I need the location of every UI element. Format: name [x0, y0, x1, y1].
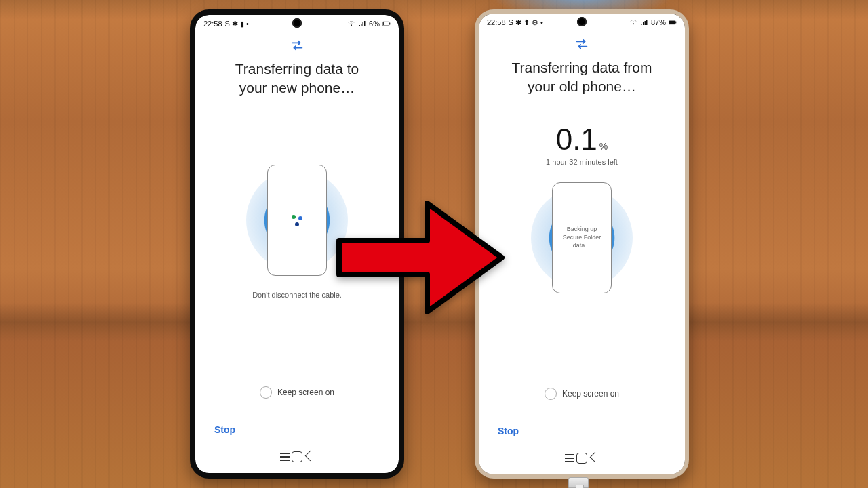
front-camera	[292, 18, 302, 28]
mini-phone-status-text: Backing up Secure Folder data…	[563, 226, 601, 249]
overlay-arrow-icon	[332, 190, 509, 325]
status-time: 22:58	[203, 20, 222, 28]
status-bar: 22:58 S ✱ ⬆ ⚙ • 87%	[479, 14, 685, 31]
front-camera	[577, 17, 587, 26]
battery-icon	[669, 18, 677, 26]
status-left-icons: S ✱ ⬆ ⚙ •	[509, 18, 543, 27]
svg-rect-4	[669, 21, 675, 24]
percent-symbol: %	[599, 141, 608, 152]
battery-percent: 87%	[651, 18, 666, 26]
nav-home-button[interactable]	[576, 452, 588, 464]
swap-icon	[290, 38, 304, 53]
svg-rect-1	[383, 22, 384, 25]
nav-home-button[interactable]	[291, 451, 303, 463]
android-nav-bar	[564, 447, 600, 469]
mini-phone-graphic	[267, 165, 327, 276]
svg-rect-5	[675, 22, 676, 24]
keep-screen-label: Keep screen on	[562, 389, 619, 399]
mini-phone-graphic: Backing up Secure Folder data…	[552, 182, 612, 293]
nav-back-button[interactable]	[588, 452, 600, 464]
android-nav-bar	[279, 446, 315, 468]
battery-icon	[382, 20, 391, 28]
nav-back-button[interactable]	[303, 451, 315, 463]
nav-recents-button[interactable]	[564, 452, 576, 464]
content-area: Transferring data from your old phone… 0…	[479, 31, 685, 474]
progress-readout: 0.1 % 1 hour 32 minutes left	[546, 123, 618, 166]
time-remaining: 1 hour 32 minutes left	[546, 158, 618, 166]
swap-icon	[574, 37, 589, 52]
keep-screen-label: Keep screen on	[277, 388, 334, 397]
page-title: Transferring data to your new phone…	[235, 60, 359, 98]
signal-icon	[358, 20, 366, 28]
status-left-icons: S ✱ ▮ •	[225, 20, 249, 28]
illustration: Backing up Secure Folder data…	[521, 177, 643, 299]
signal-icon	[640, 18, 648, 26]
page-title: Transferring data from your old phone…	[512, 58, 652, 97]
svg-rect-2	[389, 23, 390, 25]
screen-new: 22:58 S ✱ ⬆ ⚙ • 87% Transferring data fr…	[479, 14, 685, 474]
wifi-icon	[629, 18, 637, 26]
percent-value: 0.1	[556, 123, 597, 157]
battery-percent: 6%	[369, 20, 380, 28]
keep-screen-on-checkbox[interactable]: Keep screen on	[545, 388, 619, 400]
stop-button[interactable]: Stop	[495, 422, 521, 441]
status-time: 22:58	[487, 18, 506, 26]
status-bar: 22:58 S ✱ ▮ • 6%	[195, 15, 399, 33]
stop-button[interactable]: Stop	[212, 420, 238, 439]
spinner-icon	[289, 212, 305, 228]
keep-screen-on-checkbox[interactable]: Keep screen on	[260, 386, 334, 399]
checkbox-circle-icon	[545, 388, 557, 400]
usb-cable	[568, 477, 589, 488]
checkbox-circle-icon	[260, 386, 272, 399]
caption-text: Don't disconnect the cable.	[252, 291, 342, 299]
wifi-icon	[347, 20, 355, 28]
nav-recents-button[interactable]	[279, 451, 291, 463]
